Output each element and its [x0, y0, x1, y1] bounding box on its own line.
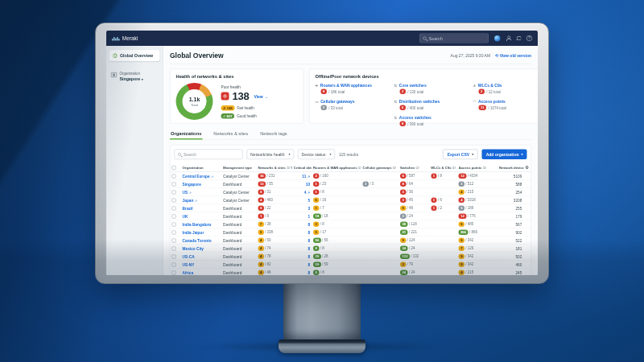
- table-row[interactable]: SingaporeDashboard13 / 35101 / 233 / 38 …: [171, 180, 531, 188]
- row-checkbox[interactable]: [171, 188, 181, 196]
- row-checkbox[interactable]: [171, 253, 181, 261]
- table-row[interactable]: Japan ↗Catalyst Center4 / 46055 / 163 / …: [171, 196, 531, 204]
- table-row[interactable]: BrazilDashboard9 / 2231 / 79 / 481 / 29 …: [171, 204, 531, 212]
- organization-link[interactable]: Singapore: [183, 182, 201, 187]
- organization-link[interactable]: India Jaipur: [183, 230, 204, 235]
- critical-alerts-link[interactable]: 4 ↗: [304, 190, 310, 195]
- tab-network-tags[interactable]: Network tags: [259, 130, 288, 140]
- info-icon[interactable]: ⓘ: [393, 166, 396, 170]
- meraki-logo[interactable]: Meraki: [112, 35, 138, 42]
- help-icon[interactable]: ?: [526, 35, 532, 41]
- critical-alerts-link[interactable]: 8: [308, 254, 310, 259]
- critical-alerts-link[interactable]: 8: [308, 270, 310, 275]
- row-checkbox[interactable]: [171, 212, 181, 220]
- network-health-filter[interactable]: Network/site health▾: [247, 150, 295, 160]
- info-icon[interactable]: ⓘ: [452, 166, 456, 170]
- device-stat-label[interactable]: Cellular gateways: [320, 99, 354, 104]
- assistant-sphere-icon[interactable]: [494, 35, 501, 42]
- table-row[interactable]: UKDashboard1 / 9118 / 183 / 2412 / 77617…: [171, 212, 531, 220]
- row-checkbox[interactable]: [171, 204, 181, 212]
- column-header[interactable]: Critical alerts: [292, 163, 312, 172]
- column-header[interactable]: Routers & WAN appliances ⓘ: [312, 163, 361, 172]
- row-checkbox[interactable]: [171, 245, 181, 253]
- organization-link[interactable]: UK: [183, 214, 188, 219]
- device-stat-label[interactable]: Access points: [478, 99, 506, 104]
- table-settings-header[interactable]: ⚙: [523, 163, 530, 172]
- device-stat-label[interactable]: Distribution switches: [399, 99, 440, 104]
- column-header[interactable]: Switches ⓘ: [398, 163, 429, 172]
- critical-alerts-link[interactable]: 8: [308, 222, 310, 227]
- organization-link[interactable]: Central Europe: [183, 174, 210, 179]
- export-csv-button[interactable]: Export CSV▾: [443, 150, 478, 160]
- external-link-icon[interactable]: ↗: [211, 175, 213, 179]
- table-row[interactable]: Mexico CityDashboard4 / 7488 / 824 / 247…: [171, 245, 531, 253]
- sidebar-item-global-overview[interactable]: Global Overview: [109, 50, 160, 61]
- column-header[interactable]: Networks & sites ⓘ ⇅: [256, 163, 291, 172]
- organization-link[interactable]: US: [183, 190, 188, 195]
- table-row[interactable]: US-NYDashboard4 / 82859 / 593 / 799 / 34…: [171, 261, 531, 269]
- critical-alerts-link[interactable]: 8: [308, 230, 310, 235]
- table-row[interactable]: US-CADashboard4 / 78828 / 28132 / 1329 /…: [171, 253, 531, 261]
- row-checkbox[interactable]: [171, 269, 181, 275]
- organization-link[interactable]: Japan: [183, 198, 194, 203]
- column-header[interactable]: WLCs & C9s ⓘ: [429, 163, 456, 172]
- row-checkbox[interactable]: [171, 237, 181, 245]
- table-row[interactable]: AfricaDashboard4 / 4688 / 824 / 244 / 21…: [171, 269, 531, 275]
- row-checkbox[interactable]: [171, 180, 181, 188]
- tab-networks-sites[interactable]: Networks & sites: [213, 130, 249, 140]
- organization-value[interactable]: Singapore ▾: [120, 76, 143, 81]
- view-old-version-link[interactable]: ⟲ View old version: [495, 53, 531, 58]
- critical-alerts-link[interactable]: 8: [308, 238, 310, 243]
- external-link-icon[interactable]: ↗: [195, 199, 197, 203]
- table-row[interactable]: Canada TorontoDashboard4 / 50856 / 569 /…: [171, 237, 531, 245]
- device-stat-label[interactable]: Core switches: [399, 83, 427, 88]
- table-row[interactable]: Central Europe ↗Catalyst Center16 / 2311…: [171, 172, 531, 180]
- account-icon[interactable]: [506, 36, 511, 41]
- table-row[interactable]: India BengaluruDashboard7 / 3883 / 838 /…: [171, 220, 531, 228]
- device-status-filter[interactable]: Device status▾: [298, 150, 335, 160]
- select-all-checkbox[interactable]: [171, 163, 181, 172]
- device-stat-label[interactable]: WLCs & C9s: [478, 83, 502, 88]
- view-link[interactable]: View →: [254, 94, 268, 99]
- row-checkbox[interactable]: [171, 172, 181, 180]
- table-row[interactable]: US ↗Catalyst Center9 / 314 ↗1 / 83 / 364…: [171, 188, 531, 196]
- column-header[interactable]: Cellular gateways ⓘ: [361, 163, 398, 172]
- external-link-icon[interactable]: ↗: [189, 191, 192, 195]
- notifications-bell-icon[interactable]: [517, 36, 522, 41]
- info-icon[interactable]: ⓘ: [416, 166, 419, 170]
- organization-link[interactable]: US-CA: [183, 254, 195, 259]
- organization-link[interactable]: India Bengaluru: [183, 222, 212, 227]
- row-checkbox[interactable]: [171, 220, 181, 228]
- tab-organizations[interactable]: Organizations: [170, 130, 202, 140]
- info-icon[interactable]: ⓘ: [287, 166, 290, 170]
- column-header[interactable]: Network devices: [497, 163, 523, 172]
- health-donut-chart[interactable]: 1.1k Total: [176, 83, 213, 120]
- organization-link[interactable]: US-NY: [183, 262, 195, 267]
- critical-alerts-link[interactable]: 10: [306, 182, 310, 187]
- critical-alerts-link[interactable]: 8: [308, 262, 310, 267]
- column-header[interactable]: Access points ⓘ: [457, 163, 497, 172]
- organization-link[interactable]: Brazil: [183, 206, 193, 211]
- sort-icon[interactable]: ⇅: [291, 166, 292, 170]
- table-search-input[interactable]: Search: [175, 150, 243, 160]
- device-stat-label[interactable]: Routers & WAN appliances: [320, 83, 372, 88]
- column-header[interactable]: Organization: [181, 163, 221, 172]
- row-checkbox[interactable]: [171, 261, 181, 269]
- row-checkbox[interactable]: [171, 228, 181, 237]
- column-header[interactable]: Management type: [221, 163, 256, 172]
- global-search-input[interactable]: Search: [419, 34, 489, 43]
- organization-link[interactable]: Africa: [183, 270, 193, 275]
- table-row[interactable]: India JaipurDashboard5 / 33885 / 1721 / …: [171, 228, 531, 237]
- critical-alerts-link[interactable]: 5: [308, 198, 310, 203]
- critical-alerts-link[interactable]: 11 ↗: [302, 174, 310, 179]
- critical-alerts-link[interactable]: 8: [308, 246, 310, 251]
- device-stat-label[interactable]: Access switches: [399, 115, 431, 120]
- info-icon[interactable]: ⓘ: [358, 166, 361, 170]
- organization-selector[interactable]: ▦ Organization Singapore ▾: [109, 72, 160, 81]
- organization-link[interactable]: Canada Toronto: [183, 238, 212, 243]
- critical-alerts-link[interactable]: 3: [308, 206, 310, 211]
- row-checkbox[interactable]: [171, 196, 181, 204]
- organization-link[interactable]: Mexico City: [183, 246, 204, 251]
- critical-alerts-link[interactable]: 1: [308, 214, 310, 219]
- info-icon[interactable]: ⓘ: [483, 166, 486, 170]
